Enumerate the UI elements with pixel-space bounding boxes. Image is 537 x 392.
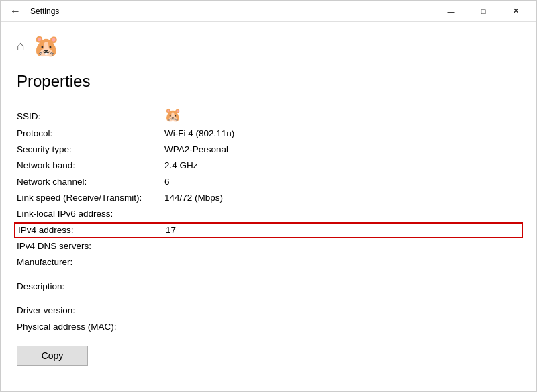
prop-row-manufacturer: Manufacturer: — [17, 254, 520, 271]
prop-label-protocol: Protocol: — [17, 128, 164, 138]
prop-value-protocol: Wi-Fi 4 (802.11n) — [164, 128, 234, 138]
ssid-avatar-icon: 🐹 — [33, 33, 60, 58]
prop-row-linkspeed: Link speed (Receive/Transmit): 144/72 (M… — [17, 190, 520, 206]
prop-value-security: WPA2-Personal — [164, 144, 228, 154]
prop-label-manufacturer: Manufacturer: — [17, 257, 164, 267]
ssid-value-icon: 🐹 — [164, 107, 181, 123]
prop-row-protocol: Protocol: Wi-Fi 4 (802.11n) — [17, 126, 520, 142]
prop-value-linkspeed: 144/72 (Mbps) — [164, 193, 223, 203]
title-bar-controls: — □ ✕ — [436, 1, 531, 22]
copy-button[interactable]: Copy — [17, 346, 88, 366]
prop-label-band: Network band: — [17, 160, 164, 170]
prop-label-driver: Driver version: — [17, 305, 164, 315]
title-bar: ← Settings — □ ✕ — [1, 1, 536, 22]
prop-row-dns: IPv4 DNS servers: — [17, 238, 520, 254]
prop-label-description: Description: — [17, 281, 164, 291]
prop-row-channel: Network channel: 6 — [17, 174, 520, 190]
prop-label-ipv6: Link-local IPv6 address: — [17, 209, 164, 219]
prop-label-mac: Physical address (MAC): — [17, 322, 164, 332]
spacer-1 — [17, 271, 520, 279]
prop-row-security: Security type: WPA2-Personal — [17, 142, 520, 158]
settings-window: ← Settings — □ ✕ ⌂ 🐹 Properties SSID: 🐹 … — [0, 0, 537, 392]
prop-row-ipv6: Link-local IPv6 address: — [17, 206, 520, 222]
title-bar-left: ← Settings — [6, 4, 59, 19]
home-icon[interactable]: ⌂ — [17, 38, 25, 54]
prop-label-ipv4: IPv4 address: — [18, 225, 166, 235]
prop-row-description: Description: — [17, 279, 520, 295]
prop-row-driver: Driver version: — [17, 303, 520, 319]
prop-value-ipv4: 17 — [166, 225, 176, 235]
window-title: Settings — [30, 7, 59, 16]
maximize-button[interactable]: □ — [468, 1, 499, 22]
page-title: Properties — [17, 72, 520, 91]
prop-row-ssid: SSID: 🐹 — [17, 104, 520, 126]
spacer-2 — [17, 295, 520, 303]
properties-table: SSID: 🐹 Protocol: Wi-Fi 4 (802.11n) Secu… — [17, 104, 520, 335]
minimize-button[interactable]: — — [436, 1, 467, 22]
prop-label-ssid: SSID: — [17, 111, 164, 121]
nav-icons: ⌂ 🐹 — [17, 33, 520, 58]
prop-value-channel: 6 — [164, 177, 170, 187]
prop-row-ipv4: IPv4 address: 17 — [14, 222, 523, 238]
prop-value-band: 2.4 GHz — [164, 160, 198, 170]
prop-row-band: Network band: 2.4 GHz — [17, 158, 520, 174]
prop-row-mac: Physical address (MAC): — [17, 319, 520, 335]
content-area: ⌂ 🐹 Properties SSID: 🐹 Protocol: Wi-Fi 4… — [1, 22, 536, 391]
prop-label-channel: Network channel: — [17, 177, 164, 187]
close-button[interactable]: ✕ — [500, 1, 531, 22]
back-button[interactable]: ← — [6, 4, 25, 19]
prop-label-dns: IPv4 DNS servers: — [17, 241, 164, 251]
prop-label-security: Security type: — [17, 144, 164, 154]
prop-label-linkspeed: Link speed (Receive/Transmit): — [17, 193, 164, 203]
